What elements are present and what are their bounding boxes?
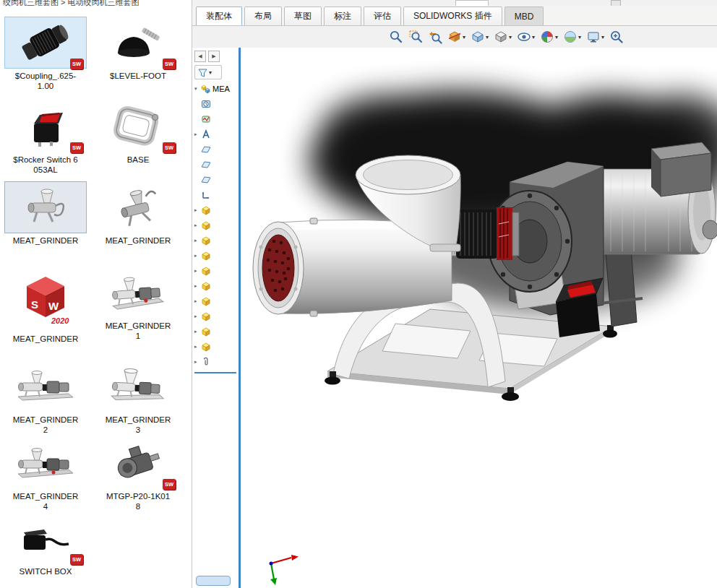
zoom-to-fit-icon (389, 30, 403, 44)
file-item-meat-grinder2[interactable]: MEAT_GRINDER2 (0, 361, 91, 435)
expand-arrow-icon[interactable]: ▸ (194, 298, 201, 304)
tree-item-sensors[interactable] (192, 111, 239, 126)
grinder-head-thumbnail (98, 182, 179, 233)
tree-item-component[interactable]: ▸ (192, 308, 239, 324)
tree-item-component[interactable]: ▸ (192, 324, 239, 339)
zoom-to-fit-button[interactable] (389, 30, 403, 44)
expand-arrow-icon[interactable]: ▸ (194, 329, 201, 334)
previous-view-button[interactable] (428, 30, 442, 44)
tree-item-component[interactable]: ▸ (192, 278, 239, 293)
zoom-to-area-button[interactable] (408, 30, 423, 44)
tab-solidworks-addins[interactable]: SOLIDWORKS 插件 (403, 7, 502, 25)
expand-arrow-icon[interactable]: ▸ (194, 207, 201, 213)
rocker-switch-image (12, 103, 79, 150)
chevron-down-icon: ▾ (532, 34, 535, 40)
expand-arrow-icon[interactable]: ▸ (194, 359, 201, 365)
section-view-button[interactable]: ▾ (447, 30, 465, 44)
expand-arrow-icon[interactable]: ▸ (194, 222, 201, 228)
file-item-rocker-switch[interactable]: SW $Rocker Switch 6053AL (0, 101, 91, 175)
file-label: SWITCH BOX (12, 566, 79, 576)
view-orientation-button[interactable]: ▾ (471, 30, 489, 44)
tree-item-history[interactable] (192, 96, 239, 111)
component-icon (201, 251, 211, 261)
component-icon (201, 266, 211, 276)
file-item-switch-box[interactable]: SW SWITCH BOX (0, 513, 91, 576)
file-label: MEAT_GRINDER (105, 235, 171, 246)
breadcrumb[interactable]: 绞肉机三维套图 > 电动绞肉机三维套图 (3, 0, 188, 8)
tab-annotation[interactable]: 标注 (324, 7, 361, 25)
file-label: MEAT_GRINDER4 (12, 491, 79, 511)
tree-item-plane[interactable] (192, 172, 239, 187)
tab-sketch[interactable]: 草图 (284, 7, 322, 25)
file-item-base[interactable]: SW BASE (93, 101, 184, 165)
filter-button[interactable]: ▾ (194, 65, 222, 79)
expand-arrow-icon[interactable]: ▸ (194, 344, 201, 350)
tree-item-component[interactable]: ▸ (192, 339, 239, 354)
solidworks-badge-icon: SW (70, 554, 83, 565)
file-item-meat-grinder-head[interactable]: MEAT_GRINDER (0, 182, 91, 246)
tree-item-plane[interactable] (192, 157, 239, 172)
file-item-meat-grinder-swlogo[interactable]: SW2020 MEAT_GRINDER (0, 267, 91, 344)
grinder-assembly-thumbnail (5, 361, 86, 412)
tab-evaluate[interactable]: 评估 (364, 7, 401, 25)
tree-tab-prev-button[interactable]: ◀ (194, 51, 206, 62)
grinder-head-image (12, 184, 79, 230)
tab-assembly[interactable]: 装配体 (196, 7, 242, 25)
file-label: MEAT_GRINDER1 (105, 321, 171, 341)
tree-item-component[interactable]: ▸ (192, 233, 239, 248)
tree-item-component[interactable]: ▸ (192, 217, 239, 233)
file-explorer-panel: 绞肉机三维套图 > 电动绞肉机三维套图 SW $Coupling_.625-1.… (0, 0, 192, 588)
tree-item-component[interactable]: ▸ (192, 293, 239, 308)
view-settings-button[interactable]: ▾ (586, 30, 604, 44)
file-label: $Rocker Switch 6053AL (12, 155, 79, 175)
file-label: $LEVEL-FOOT (105, 71, 171, 81)
expand-arrow-icon[interactable]: ▸ (194, 283, 201, 289)
plane-icon (201, 144, 211, 155)
tree-item-plane[interactable] (192, 142, 239, 157)
chevron-down-icon: ▾ (601, 34, 604, 40)
rocker-switch-thumbnail: SW (5, 101, 86, 152)
file-item-meat-grinder-head2[interactable]: MEAT_GRINDER (93, 182, 184, 246)
file-item-mtgp-motor[interactable]: SW MTGP-P20-1K018 (93, 438, 184, 511)
chevron-down-icon: ▾ (209, 69, 212, 76)
expand-arrow-icon[interactable]: ▸ (194, 131, 201, 137)
coupling-thumbnail: SW (5, 17, 86, 68)
panel-grip[interactable] (196, 576, 231, 586)
rollback-bar[interactable] (194, 372, 236, 373)
origin-icon (201, 190, 211, 200)
expand-arrow-icon[interactable]: ▾ (194, 86, 201, 92)
tab-layout[interactable]: 布局 (244, 7, 282, 25)
tab-mbd[interactable]: MBD (505, 7, 544, 25)
graphics-viewport[interactable] (241, 48, 717, 588)
tree-item-component[interactable]: ▸ (192, 202, 239, 217)
plane-icon (201, 160, 211, 170)
tree-item-component[interactable]: ▸ (192, 248, 239, 263)
expand-arrow-icon[interactable]: ▸ (194, 253, 201, 259)
grinder-assembly-image (12, 363, 79, 410)
display-style-icon (494, 30, 508, 44)
chevron-down-icon: ▾ (578, 34, 581, 40)
magnify-button[interactable] (609, 30, 624, 44)
expand-arrow-icon[interactable]: ▸ (194, 314, 201, 319)
component-icon (201, 296, 211, 306)
tree-tab-next-button[interactable]: ▶ (208, 51, 220, 62)
file-item-coupling[interactable]: SW $Coupling_.625-1.00 (0, 17, 91, 91)
apply-scene-button[interactable]: ▾ (563, 30, 581, 44)
edit-appearance-button[interactable]: ▾ (540, 30, 558, 44)
file-item-meat-grinder4[interactable]: MEAT_GRINDER4 (0, 438, 91, 511)
tree-item-component[interactable]: ▸ (192, 263, 239, 278)
expand-arrow-icon[interactable]: ▸ (194, 268, 201, 274)
file-item-meat-grinder3[interactable]: MEAT_GRINDER3 (93, 361, 184, 435)
expand-arrow-icon[interactable]: ▸ (194, 238, 201, 243)
hide-show-items-icon (517, 30, 531, 44)
file-item-meat-grinder1[interactable]: MEAT_GRINDER1 (93, 267, 184, 341)
tree-root-label: MEA (212, 85, 230, 93)
file-item-level-foot[interactable]: SW $LEVEL-FOOT (93, 17, 184, 81)
tree-item-annotations[interactable]: ▸ (192, 126, 239, 142)
chevron-down-icon: ▾ (555, 34, 558, 40)
display-style-button[interactable]: ▾ (494, 30, 512, 44)
tree-root-item[interactable]: ▾ MEA (192, 81, 239, 96)
tree-item-mates[interactable]: ▸ (192, 354, 239, 369)
tree-item-origin[interactable] (192, 187, 239, 202)
hide-show-items-button[interactable]: ▾ (517, 30, 535, 44)
